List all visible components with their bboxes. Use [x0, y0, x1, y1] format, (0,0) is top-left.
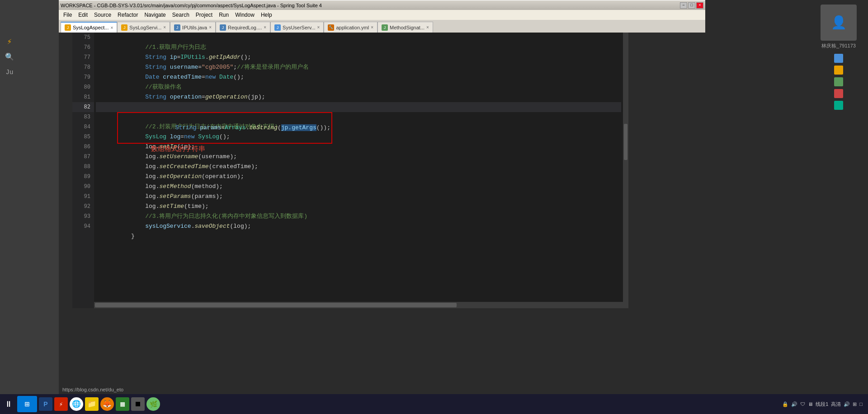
menu-search[interactable]: Search — [170, 11, 192, 19]
vertical-scrollbar[interactable] — [623, 33, 628, 302]
tab-sysuserserv[interactable]: J SysUserServ... × — [270, 22, 324, 33]
tab-iputils[interactable]: J IPUtils.java × — [170, 22, 216, 33]
line-num-84: 84 — [72, 122, 94, 132]
right-icon-green[interactable] — [834, 101, 843, 110]
taskbar-folder-icon[interactable]: 📁 — [85, 397, 99, 411]
right-icon-2[interactable] — [834, 66, 843, 75]
taskbar[interactable]: ⏸ ⊞ P ⚡ 🌐 📁 🦊 ▦ ⏹ 🌿 🔒 🔊 🛡 🖥 线段1 高清 🔊 ⊞ □ — [0, 394, 868, 414]
tab-requiredlog[interactable]: J RequiredLog.... × — [216, 22, 270, 33]
menu-help[interactable]: Help — [258, 11, 275, 19]
tab-close2-icon[interactable]: × — [163, 25, 166, 30]
taskbar-spring-icon[interactable]: 🌿 — [146, 397, 160, 411]
right-icon-4[interactable] — [834, 89, 843, 98]
line-num-77: 77 — [72, 52, 94, 62]
windows-start-button[interactable]: ⊞ — [17, 396, 37, 412]
window-title: WORKSPACE - CGB-DB-SYS-V3.01/src/main/ja… — [61, 3, 322, 8]
menu-refactor[interactable]: Refactor — [115, 11, 141, 19]
horizontal-scrollbar[interactable] — [94, 302, 628, 308]
menu-window[interactable]: Window — [232, 11, 257, 19]
tab-close6-icon[interactable]: × — [371, 25, 373, 30]
window-controls[interactable]: − □ × — [680, 2, 703, 9]
avatar: 👤 — [821, 5, 857, 41]
url-bar: https://blog.csdn.net/du_eto — [59, 385, 705, 394]
taskbar-connect-icon: 🖥 — [808, 401, 813, 407]
tab-label6: application.yml — [336, 25, 369, 30]
sidebar-icon-1[interactable]: ⚡ — [3, 35, 16, 48]
taskbar-vol-icon[interactable]: 🔊 — [844, 401, 850, 407]
line-num-79: 79 — [72, 72, 94, 82]
tab-close5-icon[interactable]: × — [317, 25, 320, 30]
url-text: https://blog.csdn.net/du_eto — [59, 387, 123, 392]
taskbar-flash-icon[interactable]: ⚡ — [54, 397, 68, 411]
minimize-button[interactable]: − — [680, 2, 687, 9]
sidebar-icon-3[interactable]: Ju — [3, 66, 16, 79]
line-num-90: 90 — [72, 182, 94, 192]
taskbar-volume-icon[interactable]: 🔊 — [791, 401, 797, 407]
tab-icon-yaml: 🔧 — [328, 24, 334, 31]
menu-navigate[interactable]: Navigate — [142, 11, 168, 19]
tab-label: SysLogAspect... — [73, 25, 109, 30]
editor[interactable]: 75 76 77 78 79 80 81 82 83 84 85 86 87 8… — [72, 33, 628, 308]
line-num-81: 81 — [72, 92, 94, 102]
tab-syslogaspect[interactable]: J SysLogAspect... × — [61, 22, 117, 33]
taskbar-app1-icon[interactable]: ▦ — [116, 397, 129, 411]
tab-close-icon[interactable]: × — [111, 25, 113, 30]
taskbar-chrome-icon[interactable]: 🌐 — [70, 397, 83, 411]
tab-close4-icon[interactable]: × — [264, 25, 266, 30]
menu-edit[interactable]: Edit — [75, 11, 90, 19]
tab-syslogservi[interactable]: J SysLogServi... × — [117, 22, 170, 33]
line-num-76: 76 — [72, 42, 94, 52]
close-button[interactable]: × — [696, 2, 703, 9]
windows-icon: ⊞ — [25, 399, 30, 409]
line-num-89: 89 — [72, 172, 94, 182]
menu-project[interactable]: Project — [193, 11, 215, 19]
menu-file[interactable]: File — [61, 11, 75, 19]
tab-methodsignat[interactable]: J MethodSignat... × — [377, 22, 433, 33]
line-num-78: 78 — [72, 62, 94, 72]
code-line-82: String params=Arrays.toString(jp.getArgs… — [96, 102, 621, 112]
h-scroll-thumb[interactable] — [95, 303, 457, 307]
pause-icon: ⏸ — [5, 400, 13, 409]
taskbar-p-icon[interactable]: P — [39, 397, 52, 411]
tab-label2: SysLogServi... — [129, 25, 161, 30]
tab-close7-icon[interactable]: × — [426, 25, 429, 30]
taskbar-shield-icon: 🛡 — [800, 401, 805, 407]
line-num-82: 82 — [72, 102, 94, 112]
tab-application[interactable]: 🔧 application.yml × — [324, 22, 377, 33]
menu-source[interactable]: Source — [91, 11, 114, 19]
tab-label3: IPUtils.java — [182, 25, 207, 30]
pause-button[interactable]: ⏸ — [2, 396, 15, 412]
line-num-91: 91 — [72, 192, 94, 202]
right-icon-3[interactable] — [834, 77, 843, 86]
line-num-93: 93 — [72, 212, 94, 221]
code-line-75: //1.获取用户行为日志 — [96, 33, 621, 42]
v-scroll-thumb[interactable] — [624, 124, 627, 160]
tab-icon-java3: J — [174, 24, 180, 31]
line-num-86: 86 — [72, 142, 94, 152]
tab-icon-java4: J — [220, 24, 226, 31]
taskbar-right: 🔒 🔊 🛡 🖥 线段1 高清 🔊 ⊞ □ — [782, 401, 866, 408]
menu-bar: File Edit Source Refactor Navigate Searc… — [59, 10, 705, 20]
tab-icon-java2: J — [121, 24, 127, 31]
far-right-panel: 👤 林庆栋_791173 — [809, 0, 868, 414]
tabs-bar: J SysLogAspect... × J SysLogServi... × J… — [59, 20, 705, 33]
tab-label7: MethodSignat... — [390, 25, 425, 30]
right-icon-1[interactable] — [834, 54, 843, 63]
maximize-button[interactable]: □ — [688, 2, 695, 9]
annotation-text: 数组格式的字符串 — [144, 145, 205, 152]
tab-icon-java7: J — [382, 24, 388, 31]
line-num-80: 80 — [72, 82, 94, 92]
taskbar-hd: 高清 — [831, 401, 841, 408]
tab-icon-java: J — [65, 24, 71, 31]
tab-close3-icon[interactable]: × — [209, 25, 212, 30]
taskbar-app2-icon[interactable]: ⏹ — [131, 397, 145, 411]
taskbar-firefox-icon[interactable]: 🦊 — [100, 397, 114, 411]
tab-label4: RequiredLog.... — [228, 25, 262, 30]
code-area[interactable]: //1.获取用户行为日志 String ip=IPUtils.getIpAddr… — [94, 33, 623, 308]
taskbar-expand-icon[interactable]: □ — [859, 401, 863, 407]
line-num-83: 83 — [72, 112, 94, 122]
taskbar-screen-icon[interactable]: ⊞ — [853, 401, 857, 407]
menu-run[interactable]: Run — [216, 11, 231, 19]
sidebar-icon-2[interactable]: 🔍 — [3, 51, 16, 63]
right-panel-icons — [834, 54, 843, 110]
